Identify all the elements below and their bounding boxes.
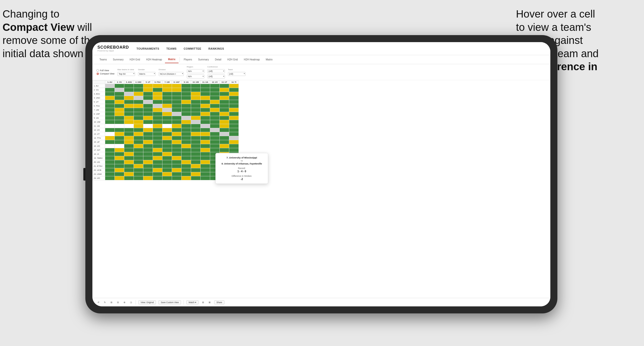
matrix-cell[interactable] (191, 172, 201, 176)
team-select[interactable]: (All) (228, 72, 246, 76)
matrix-cell[interactable] (105, 96, 115, 100)
matrix-cell[interactable] (134, 92, 143, 96)
region-select-2[interactable]: N/A (187, 74, 204, 78)
matrix-cell[interactable] (172, 140, 182, 144)
matrix-cell[interactable] (172, 160, 182, 164)
division-select[interactable]: NCAA Division I (159, 72, 184, 76)
matrix-cell[interactable] (172, 148, 182, 152)
matrix-cell[interactable] (172, 132, 182, 136)
matrix-cell[interactable] (201, 84, 210, 88)
matrix-cell[interactable] (143, 112, 153, 116)
matrix-cell[interactable] (134, 156, 143, 160)
matrix-cell[interactable] (153, 140, 162, 144)
matrix-cell[interactable] (191, 132, 201, 136)
matrix-cell[interactable] (115, 172, 124, 176)
matrix-cell[interactable] (229, 124, 239, 128)
toolbar-icon-1[interactable]: ⊞ (109, 301, 113, 304)
matrix-cell[interactable] (182, 128, 191, 132)
matrix-cell[interactable] (115, 100, 124, 104)
matrix-cell[interactable] (134, 108, 143, 112)
matrix-cell[interactable] (220, 136, 229, 140)
matrix-cell[interactable] (115, 92, 124, 96)
matrix-cell[interactable] (105, 132, 115, 136)
nav-teams[interactable]: TEAMS (166, 47, 177, 50)
matrix-cell[interactable] (210, 120, 220, 124)
matrix-cell[interactable] (162, 160, 172, 164)
toolbar-icon-5[interactable]: ⊞ (201, 301, 205, 304)
matrix-cell[interactable] (124, 132, 134, 136)
matrix-cell[interactable] (143, 172, 153, 176)
matrix-cell[interactable] (172, 136, 182, 140)
matrix-cell[interactable] (143, 88, 153, 92)
matrix-cell[interactable] (143, 144, 153, 148)
matrix-cell[interactable] (182, 132, 191, 136)
matrix-cell[interactable] (143, 132, 153, 136)
matrix-cell[interactable] (182, 88, 191, 92)
tab-summary-left[interactable]: Summary (110, 56, 127, 63)
matrix-cell[interactable] (134, 88, 143, 92)
tab-h2h-grid-left[interactable]: H2H Grid (127, 56, 143, 63)
matrix-cell[interactable] (191, 100, 201, 104)
matrix-cell[interactable] (134, 148, 143, 152)
matrix-cell[interactable] (143, 176, 153, 180)
matrix-cell[interactable] (134, 120, 143, 124)
matrix-cell[interactable] (191, 176, 201, 180)
matrix-cell[interactable] (191, 116, 201, 120)
matrix-cell[interactable] (182, 168, 191, 172)
matrix-cell[interactable] (201, 148, 210, 152)
matrix-cell[interactable] (115, 108, 124, 112)
matrix-cell[interactable] (201, 120, 210, 124)
matrix-cell[interactable] (124, 108, 134, 112)
matrix-cell[interactable] (153, 128, 162, 132)
matrix-cell[interactable] (143, 156, 153, 160)
tab-detail[interactable]: Detail (212, 56, 224, 63)
tab-h2h-grid-right[interactable]: H2H Grid (224, 56, 241, 63)
matrix-cell[interactable] (220, 132, 229, 136)
matrix-cell[interactable] (124, 176, 134, 180)
matrix-cell[interactable] (191, 152, 201, 156)
matrix-cell[interactable] (115, 168, 124, 172)
matrix-cell[interactable] (115, 140, 124, 144)
matrix-cell[interactable] (182, 156, 191, 160)
toolbar-icon-4[interactable]: ◷ (129, 301, 133, 304)
matrix-cell[interactable] (153, 120, 162, 124)
matrix-cell[interactable] (210, 104, 220, 108)
matrix-cell[interactable] (115, 116, 124, 120)
conference-select-2[interactable]: (All) (207, 74, 225, 78)
matrix-cell[interactable] (162, 112, 172, 116)
conference-select-1[interactable]: (All) (207, 69, 225, 73)
matrix-cell[interactable] (124, 112, 134, 116)
matrix-cell[interactable] (182, 164, 191, 168)
matrix-cell[interactable] (143, 116, 153, 120)
matrix-cell[interactable] (162, 100, 172, 104)
matrix-cell[interactable] (210, 112, 220, 116)
matrix-cell[interactable] (182, 148, 191, 152)
matrix-cell[interactable] (220, 140, 229, 144)
matrix-cell[interactable] (229, 148, 239, 152)
matrix-cell[interactable] (182, 176, 191, 180)
matrix-cell[interactable] (115, 88, 124, 92)
matrix-cell[interactable] (153, 144, 162, 148)
matrix-cell[interactable] (134, 84, 143, 88)
matrix-cell[interactable] (201, 104, 210, 108)
toolbar-icon-6[interactable]: ⊠ (208, 301, 212, 304)
matrix-cell[interactable] (124, 160, 134, 164)
undo-btn[interactable]: ↺ (96, 301, 100, 304)
matrix-cell[interactable] (220, 144, 229, 148)
matrix-cell[interactable] (210, 136, 220, 140)
matrix-cell[interactable] (229, 108, 239, 112)
matrix-cell[interactable] (153, 96, 162, 100)
matrix-cell[interactable] (191, 96, 201, 100)
matrix-cell[interactable] (210, 148, 220, 152)
matrix-cell[interactable] (229, 120, 239, 124)
matrix-cell[interactable] (220, 124, 229, 128)
matrix-cell[interactable] (162, 152, 172, 156)
matrix-cell[interactable] (191, 160, 201, 164)
matrix-cell[interactable] (182, 136, 191, 140)
matrix-cell[interactable] (134, 132, 143, 136)
matrix-cell[interactable] (162, 104, 172, 108)
matrix-cell[interactable] (220, 104, 229, 108)
matrix-cell[interactable] (229, 140, 239, 144)
matrix-cell[interactable] (172, 164, 182, 168)
matrix-cell[interactable] (182, 84, 191, 88)
